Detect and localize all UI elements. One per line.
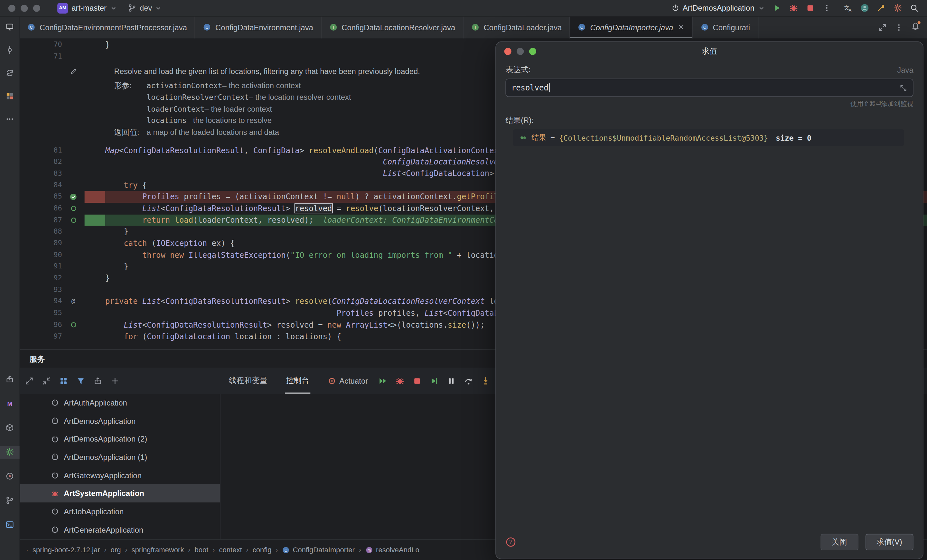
view-options-icon[interactable] [59,376,68,385]
tool-window-button-sync-icon[interactable] [0,66,20,79]
plugin-icon[interactable] [893,3,902,12]
edit-doc-icon[interactable] [70,68,77,75]
expression-value: resolved [511,83,549,93]
line-number: 97 [20,331,62,343]
tab-ConfigDataLoader.java[interactable]: IConfigDataLoader.java [464,16,570,39]
class-icon: C [701,23,709,32]
close-button[interactable]: 关闭 [821,534,859,550]
vcs-widget[interactable]: dev [128,3,162,12]
expression-input[interactable]: resolved [505,79,913,97]
breadcrumb-item[interactable]: springframework [132,545,184,554]
service-item-ArtAuthApplication[interactable]: ArtAuthApplication [20,394,220,412]
tab-ConfigDataImporter.java[interactable]: CConfigDataImporter.java [570,16,693,39]
execution-mark-icon[interactable] [70,321,77,329]
breadcrumb-item[interactable]: context [219,545,242,554]
doc-param: 形参:activationContext – the activation co… [114,80,420,91]
filter-icon[interactable] [76,376,85,385]
breadcrumb-item[interactable]: CConfigDataImporter [282,545,355,554]
build-tools-icon[interactable] [877,3,886,12]
panel-tab-控制台[interactable]: 控制台 [285,367,310,394]
evaluate-dialog-header[interactable]: 求值 [496,42,923,61]
tool-window-button-more-tool-windows-icon[interactable] [0,112,20,125]
debug-button[interactable] [789,3,798,12]
tab-ConfigDataEnvironment.java[interactable]: CConfigDataEnvironment.java [195,16,322,39]
services-tree: ArtAuthApplicationArtDemosApplicationArt… [20,394,220,539]
more-actions[interactable] [822,3,831,12]
service-item-ArtGenerateApplication[interactable]: ArtGenerateApplication [20,521,220,539]
close-window-icon[interactable] [8,5,15,12]
result-size: size = 0 [776,133,812,142]
expand-input-icon[interactable] [899,83,908,92]
stop-button[interactable] [805,3,815,12]
zoom-window-icon[interactable] [33,5,40,12]
tab-label: ConfigDataImporter.java [590,23,673,32]
breadcrumb-item[interactable]: boot [195,545,208,554]
breadcrumb-item[interactable]: org [111,545,121,554]
svg-text:C: C [284,548,287,552]
export-icon[interactable] [93,376,102,385]
service-label: ArtDemosApplication [64,416,135,425]
resume-icon[interactable] [430,376,439,385]
expand-all-icon[interactable] [25,376,34,385]
service-item-ArtJobApplication[interactable]: ArtJobApplication [20,502,220,521]
stop-icon[interactable] [413,376,422,385]
tab-ConfigDataLocationResolver.java[interactable]: IConfigDataLocationResolver.java [322,16,464,39]
svg-text:A: A [849,8,852,12]
debug-icon[interactable] [395,376,404,385]
service-item-ArtDemosApplication (1)[interactable]: ArtDemosApplication (1) [20,448,220,466]
tool-window-button-docker-icon[interactable] [0,421,20,434]
run-button[interactable] [773,3,782,12]
project-widget[interactable]: AM art-master [57,3,117,13]
breakpoint-hit-icon[interactable] [69,193,78,201]
collapse-all-icon[interactable] [42,376,51,385]
tab-label: ConfigDataLoader.java [483,23,562,32]
breadcrumb-item[interactable]: mresolveAndLo [365,545,419,554]
minimize-window-icon[interactable] [21,5,28,12]
notification-badge[interactable] [911,22,920,32]
pause-icon[interactable] [447,376,456,385]
execution-mark-icon[interactable] [70,205,77,212]
tool-window-button-git-icon[interactable] [0,494,20,507]
terminal-icon [6,520,14,529]
help-icon[interactable]: ? [505,537,516,548]
evaluate-button[interactable]: 求值(V) [865,534,913,550]
breadcrumb-item[interactable]: spring-boot-2.7.12.jar [32,545,100,554]
add-service-icon[interactable] [110,376,119,385]
editor-more-icon[interactable] [895,23,904,32]
notifications-bell-icon[interactable] [911,22,920,31]
language-badge: Java [897,65,913,74]
tab-ConfigDataEnvironmentPostProcessor.java[interactable]: CConfigDataEnvironmentPostProcessor.java [20,16,195,39]
panel-tab-线程和变量[interactable]: 线程和变量 [228,367,269,394]
panel-tab-Actuator[interactable]: Actuator [327,367,369,394]
avatar[interactable] [860,3,869,12]
expand-editor-icon[interactable] [878,23,887,32]
tool-window-button-project-icon[interactable] [0,89,20,102]
window-controls[interactable] [8,5,46,12]
tool-window-button-profiler-icon[interactable] [0,470,20,483]
step-into-icon[interactable] [481,376,490,385]
service-item-ArtGatewayApplication[interactable]: ArtGatewayApplication [20,466,220,484]
line-number: 87 [20,214,62,226]
tool-window-button-terminal-icon[interactable] [0,518,20,531]
rerun-icon[interactable] [378,376,388,385]
close-icon[interactable] [677,23,684,30]
result-row[interactable]: 结果 = {Collections$UnmodifiableRandomAcce… [513,129,904,146]
class-icon: C [27,23,35,32]
tool-window-button-maven-icon[interactable]: M [0,397,20,410]
translate-icon[interactable]: 文A [843,3,853,12]
power-icon [51,399,59,407]
tool-window-button-build-icon[interactable] [0,373,20,385]
execution-mark-icon[interactable] [70,216,77,224]
tool-window-button-services-icon[interactable] [0,445,20,458]
service-item-ArtDemosApplication[interactable]: ArtDemosApplication [20,412,220,430]
step-over-icon[interactable] [464,376,473,385]
service-item-ArtDemosApplication (2)[interactable]: ArtDemosApplication (2) [20,430,220,448]
run-configuration-widget[interactable]: ArtDemosApplication [672,3,765,12]
tool-window-button-remote-dev-icon[interactable] [0,20,20,33]
search-icon[interactable] [910,3,919,12]
service-label: ArtDemosApplication (2) [64,434,147,443]
service-item-ArtSystemApplication[interactable]: ArtSystemApplication [20,484,220,502]
tab-Configurati[interactable]: CConfigurati [693,16,758,39]
tool-window-button-commit-icon[interactable] [0,43,20,56]
breadcrumb-item[interactable]: config [253,545,272,554]
